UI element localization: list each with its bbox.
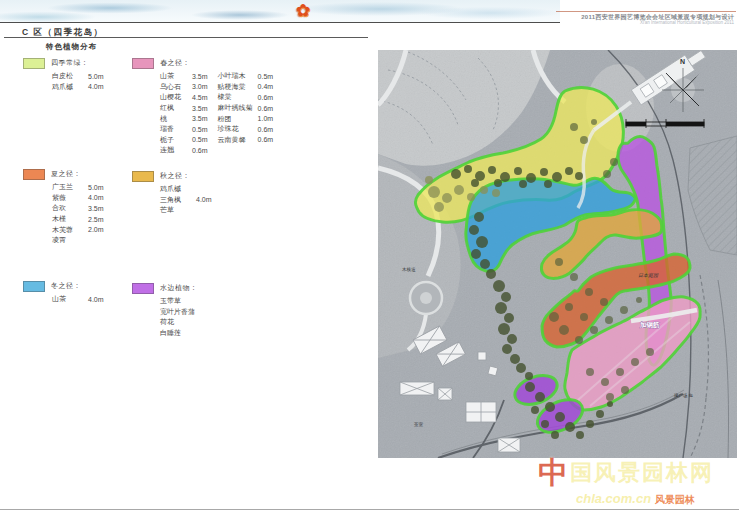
plant-size: 3.5m: [192, 115, 208, 122]
legend-swatch-evergreen: [23, 58, 45, 69]
legend-item: 珍珠花0.6m: [218, 124, 274, 135]
plant-name: 紫薇: [52, 193, 88, 203]
legend-group-water: 水边植物： 玉带草 宽叶片香蒲 荷花 白睡莲: [132, 282, 198, 338]
plant-size: 0.6m: [258, 126, 274, 133]
legend-item: 鸡爪槭4.0m: [52, 82, 104, 93]
title-rule: [556, 11, 736, 12]
legend-item: 栀子0.5m: [160, 135, 208, 146]
plant-name: 瑞香: [160, 124, 192, 134]
plant-name: 红枫: [160, 103, 192, 113]
legend-item: 棣棠0.6m: [218, 92, 274, 103]
legend-item: 山樱花4.5m: [160, 92, 208, 103]
plant-name: 凌霄: [52, 235, 88, 245]
plant-name: 宽叶片香蒲: [160, 307, 195, 317]
legend-item: 小叶瑞木0.5m: [218, 71, 274, 82]
plant-name: 粉团: [218, 114, 258, 124]
legend-swatch-spring: [132, 58, 154, 69]
plant-size: 2.5m: [88, 216, 104, 223]
plant-name: 小叶瑞木: [218, 71, 258, 81]
plant-size: 3.5m: [192, 105, 208, 112]
legend-item: 木槿2.5m: [52, 214, 104, 225]
plant-name: 山茶: [52, 294, 88, 304]
legend-item: 凌霄: [52, 235, 104, 246]
plant-name: 玉带草: [160, 296, 181, 306]
project-title-en: Xi'an International Horticultural Exposi…: [504, 20, 734, 25]
plan-sheet: ✿ 2011西安世界园艺博览会会址区域景观专项规划与设计 Xi'an Inter…: [0, 0, 739, 518]
legend-item: 桃3.5m: [160, 113, 208, 124]
watermark-url: chla.com.cn: [576, 491, 651, 506]
watermark-text: 国风景园林网: [570, 460, 714, 485]
legend-group-winter: 冬之径： 山茶4.0m: [23, 280, 104, 305]
legend-item: 广玉兰5.0m: [52, 182, 104, 193]
legend-item: 鸡爪槭: [160, 184, 212, 195]
plant-name: 白睡莲: [160, 328, 181, 338]
plant-name: 木槿: [52, 214, 88, 224]
legend-title: 水边植物：: [160, 283, 198, 293]
legend-group-autumn: 秋之径： 鸡爪槭 三角枫4.0m 芒草: [132, 170, 212, 216]
plant-size: 3.0m: [192, 83, 208, 90]
legend-item: 白皮松5.0m: [52, 71, 104, 82]
legend-item: 云南黄馨0.6m: [218, 135, 274, 146]
plant-size: 4.5m: [192, 94, 208, 101]
plant-size: 0.6m: [258, 94, 274, 101]
footer-rule: [0, 509, 739, 510]
label-boardwalk: 木栈道: [402, 267, 416, 272]
plant-name: 木芙蓉: [52, 225, 88, 235]
plant-name: 三角枫: [160, 195, 196, 205]
plant-name: 山樱花: [160, 92, 192, 102]
legend-item: 山茶4.0m: [52, 294, 104, 305]
legend-item: 粉团1.0m: [218, 113, 274, 124]
legend-group-spring: 春之径： 山茶3.5m 乌心石3.0m 山樱花4.5m 红枫3.5m 桃3.5m…: [132, 57, 273, 156]
site-watermark: 中国风景园林网 chla.com.cn 风景园林: [538, 453, 738, 507]
plant-size: 0.6m: [258, 105, 274, 112]
plant-size: 5.0m: [88, 73, 104, 80]
legend-item: 木芙蓉2.0m: [52, 224, 104, 235]
plant-size: 5.0m: [88, 184, 104, 191]
plant-name: 鸡爪槭: [160, 184, 196, 194]
plant-size: 4.0m: [88, 83, 104, 90]
legend-item: 玉带草: [160, 296, 198, 307]
plant-name: 栀子: [160, 135, 192, 145]
north-label: N: [680, 58, 685, 65]
plant-size: 4.0m: [196, 196, 212, 203]
site-plan-map: N 木栈道 日本庭园 加钢筋 建广场 电 茶室: [378, 50, 737, 458]
section-underline: [4, 37, 368, 38]
legend-item: 连翘0.6m: [160, 145, 208, 156]
label-japanese-garden: 日本庭园: [638, 272, 659, 278]
plant-size: 0.4m: [258, 83, 274, 90]
label-reinforce-note: 加钢筋: [639, 321, 660, 329]
legend-title: 冬之径：: [51, 281, 81, 291]
plant-name: 珍珠花: [218, 124, 258, 134]
plant-size: 4.0m: [88, 194, 104, 201]
plant-size: 0.6m: [192, 147, 208, 154]
legend-title: 春之径：: [160, 58, 190, 68]
plant-size: 3.5m: [88, 205, 104, 212]
plant-name: 贴梗海棠: [218, 82, 258, 92]
legend-item: 红枫3.5m: [160, 103, 208, 114]
label-tea-house: 茶室: [414, 422, 424, 427]
legend-item: 白睡莲: [160, 328, 198, 339]
legend-group-evergreen: 四季常绿： 白皮松5.0m 鸡爪槭4.0m: [23, 57, 104, 92]
legend-item: 三角枫4.0m: [160, 195, 212, 206]
legend-group-summer: 夏之径： 广玉兰5.0m 紫薇4.0m 合欢3.5m 木槿2.5m 木芙蓉2.0…: [23, 168, 104, 246]
plant-name: 乌心石: [160, 82, 192, 92]
plant-size: 0.6m: [258, 136, 274, 143]
plant-name: 山茶: [160, 71, 192, 81]
legend-item: 宽叶片香蒲: [160, 307, 198, 318]
legend-title: 四季常绿：: [51, 58, 89, 68]
plant-name: 鸡爪槭: [52, 82, 88, 92]
plant-name: 广玉兰: [52, 182, 88, 192]
legend-item: 乌心石3.0m: [160, 82, 208, 93]
legend-item: 荷花: [160, 317, 198, 328]
plant-name: 荷花: [160, 317, 174, 327]
page-subtitle: 特色植物分布: [46, 42, 97, 52]
plant-size: 0.5m: [192, 126, 208, 133]
plant-name: 白皮松: [52, 71, 88, 81]
plant-name: 合欢: [52, 203, 88, 213]
plant-name: 桃: [160, 114, 192, 124]
water-banner-image: ✿: [0, 0, 560, 23]
plant-size: 2.0m: [88, 226, 104, 233]
legend-item: 贴梗海棠0.4m: [218, 82, 274, 93]
legend-item: 山茶3.5m: [160, 71, 208, 82]
plant-size: 1.0m: [258, 115, 274, 122]
